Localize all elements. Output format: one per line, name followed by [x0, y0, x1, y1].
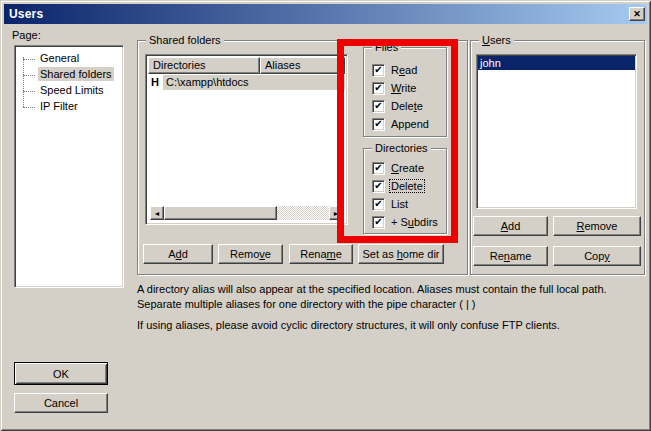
- user-name: john: [480, 57, 501, 69]
- ok-button[interactable]: OK: [14, 362, 108, 385]
- checkbox-label: + Subdirs: [390, 216, 439, 228]
- label-pre: A: [168, 248, 175, 260]
- users-listbox[interactable]: john: [476, 54, 637, 209]
- checkbox-box: ✔: [372, 100, 385, 113]
- label-pre: Rena: [300, 248, 326, 260]
- directories-permissions-group: Directories ✔ Create ✔ Delete ✔ List ✔ +…: [363, 148, 447, 234]
- label-pre: Append: [391, 118, 429, 130]
- label-accel: C: [391, 162, 399, 174]
- tree-item-shared-folders[interactable]: Shared folders: [15, 67, 123, 83]
- checkbox-label: Create: [390, 162, 425, 174]
- checkbox-dirs-create[interactable]: ✔ Create: [372, 159, 444, 177]
- checkbox-label: Append: [390, 118, 430, 130]
- scroll-right-button[interactable]: ►: [329, 206, 343, 220]
- check-icon: ✔: [374, 65, 382, 75]
- label-pre: Remo: [230, 248, 259, 260]
- label-post: ome dir: [403, 248, 440, 260]
- label-post: ame: [510, 250, 531, 262]
- checkbox-box: ✔: [372, 216, 385, 229]
- check-icon: ✔: [374, 119, 382, 129]
- users-rename-button[interactable]: Rename: [473, 246, 548, 266]
- checkbox-box: ✔: [372, 64, 385, 77]
- column-header-aliases[interactable]: Aliases: [260, 57, 345, 74]
- checkbox-label: Delete: [390, 100, 424, 112]
- home-dir-marker: H: [151, 75, 163, 90]
- files-permissions-group: Files ✔ Read ✔ Write ✔ Delete ✔ Append: [363, 47, 447, 137]
- column-header-directories[interactable]: Directories: [148, 57, 260, 74]
- tree-item-speed-limits[interactable]: Speed Limits: [15, 83, 123, 99]
- check-icon: ✔: [374, 217, 382, 227]
- label-pre: List: [391, 198, 408, 210]
- button-label: Set as home dir: [362, 248, 439, 260]
- label-post: rite: [401, 82, 416, 94]
- label-post: reate: [399, 162, 424, 174]
- cancel-button[interactable]: Cancel: [14, 393, 108, 413]
- label-accel: U: [482, 34, 490, 46]
- checkbox-dirs-subdirs[interactable]: ✔ + Subdirs: [372, 213, 444, 231]
- label-post: e: [417, 100, 423, 112]
- scrollbar-thumb[interactable]: [164, 206, 277, 220]
- help-paragraph-cyclic: If using aliases, please avoid cyclic di…: [137, 318, 649, 333]
- directories-group-label: Directories: [372, 142, 431, 155]
- listview-header: Directories Aliases: [148, 57, 345, 74]
- checkbox-files-delete[interactable]: ✔ Delete: [372, 97, 444, 115]
- check-icon: ✔: [374, 181, 382, 191]
- label-post: bdirs: [414, 216, 438, 228]
- checkbox-label: List: [390, 198, 409, 210]
- user-list-item[interactable]: john: [478, 56, 635, 70]
- scroll-left-button[interactable]: ◄: [150, 206, 164, 220]
- users-copy-button[interactable]: Copy: [553, 246, 641, 266]
- table-row[interactable]: H C:\xampp\htdocs: [148, 74, 345, 90]
- check-icon: ✔: [374, 199, 382, 209]
- checkbox-dirs-list[interactable]: ✔ List: [372, 195, 444, 213]
- label-accel: A: [501, 220, 508, 232]
- label-accel: W: [391, 82, 401, 94]
- tree-item-general[interactable]: General: [15, 51, 123, 67]
- tree-item-label: Shared folders: [38, 67, 114, 81]
- checkbox-label: Write: [390, 82, 417, 94]
- help-text: A directory alias will also appear at th…: [137, 282, 649, 339]
- users-remove-button[interactable]: Remove: [553, 216, 641, 236]
- label-pre: Set as: [362, 248, 396, 260]
- checkbox-box: ✔: [372, 180, 385, 193]
- checkbox-label-focused: Delete: [390, 180, 424, 192]
- users-add-button[interactable]: Add: [473, 216, 548, 236]
- label-pre: Delete: [391, 180, 423, 192]
- label-post: e: [336, 248, 342, 260]
- help-paragraph-aliases: A directory alias will also appear at th…: [137, 282, 649, 312]
- checkbox-files-write[interactable]: ✔ Write: [372, 79, 444, 97]
- button-label: Rename: [300, 248, 342, 260]
- label-post: ad: [405, 64, 417, 76]
- column-header-label: Aliases: [265, 59, 300, 71]
- button-label: Add: [168, 248, 188, 260]
- label-accel: y: [604, 250, 610, 262]
- scroll-left-icon: ◄: [154, 210, 161, 217]
- set-as-home-dir-button[interactable]: Set as home dir: [358, 244, 444, 264]
- tree-item-label: General: [38, 51, 81, 65]
- tree-item-label: IP Filter: [38, 99, 80, 113]
- folders-remove-button[interactable]: Remove: [218, 244, 283, 264]
- label-pre: + S: [391, 216, 408, 228]
- checkbox-files-append[interactable]: ✔ Append: [372, 115, 444, 133]
- horizontal-scrollbar[interactable]: ◄ ►: [150, 206, 343, 220]
- button-label: Remove: [577, 220, 618, 232]
- folders-add-button[interactable]: Add: [143, 244, 213, 264]
- button-label: Remove: [230, 248, 271, 260]
- label-post: dd: [508, 220, 520, 232]
- label-post: sers: [490, 34, 511, 46]
- folders-rename-button[interactable]: Rename: [289, 244, 353, 264]
- close-icon: ✕: [633, 10, 641, 19]
- titlebar[interactable]: Users ✕: [4, 4, 647, 24]
- checkbox-dirs-delete[interactable]: ✔ Delete: [372, 177, 444, 195]
- tree-item-ip-filter[interactable]: IP Filter: [15, 99, 123, 115]
- checkbox-label: Read: [390, 64, 418, 76]
- check-icon: ✔: [374, 83, 382, 93]
- checkbox-box: ✔: [372, 82, 385, 95]
- close-button[interactable]: ✕: [629, 7, 645, 21]
- button-label: Rename: [490, 250, 532, 262]
- page-tree[interactable]: General Shared folders Speed Limits IP F…: [14, 45, 124, 288]
- checkbox-files-read[interactable]: ✔ Read: [372, 61, 444, 79]
- label-post: e: [265, 248, 271, 260]
- users-group-label: Users: [479, 34, 514, 47]
- directories-listview[interactable]: Directories Aliases H C:\xampp\htdocs ◄ …: [145, 54, 348, 225]
